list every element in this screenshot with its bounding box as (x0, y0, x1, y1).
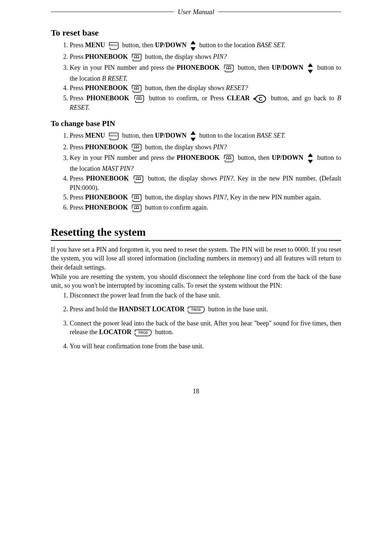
list-item: Press PHONEBOOK button, the display show… (70, 193, 341, 202)
phonebook-icon (222, 154, 235, 163)
list-item: Connect the power lead into the back of … (70, 319, 341, 337)
list-reset-steps: Disconnect the power lead from the back … (51, 291, 341, 351)
page-header: User Manual (51, 7, 341, 17)
list-item: Press and hold the HANDSET LOCATOR butto… (70, 305, 341, 314)
phonebook-label: PHONEBOOK (85, 84, 128, 92)
list-item: You will hear confirmation tone from the… (70, 342, 341, 351)
phonebook-icon (133, 94, 145, 103)
page-icon (134, 329, 153, 337)
updown-icon (306, 153, 314, 164)
phonebook-icon (132, 175, 144, 183)
page-icon (187, 306, 206, 314)
list-item: Press PHONEBOOK button to confirm, or Pr… (70, 94, 341, 112)
list-item: Press MENU button, then UP/DOWN button t… (70, 40, 341, 52)
phonebook-label: PHONEBOOK (177, 64, 220, 71)
phonebook-icon (130, 53, 143, 62)
list-item: Key in your PIN number and press the PHO… (70, 153, 341, 173)
phonebook-icon (130, 143, 143, 152)
list-item: Press PHONEBOOK button, then the display… (70, 84, 341, 93)
list-item: Press PHONEBOOK button, the display show… (70, 52, 341, 62)
list-item: Key in your PIN number and press the PHO… (70, 62, 341, 83)
clear-icon (253, 94, 267, 103)
phonebook-label: PHONEBOOK (85, 53, 128, 60)
phonebook-icon (130, 204, 143, 212)
list-item: Press MENU button, then UP/DOWN button t… (70, 130, 341, 142)
list-reset-base: Press MENU button, then UP/DOWN button t… (51, 40, 341, 112)
updown-icon (189, 130, 197, 142)
reset-para-1: If you have set a PIN and forgotten it, … (51, 245, 341, 272)
list-change-pin: Press MENU button, then UP/DOWN button t… (51, 130, 341, 212)
locator-label: HANDSET LOCATOR (119, 305, 185, 313)
divider (51, 240, 341, 241)
menu-icon (107, 132, 120, 141)
manual-title: User Manual (174, 7, 218, 17)
updown-label: UP/DOWN (155, 41, 187, 49)
phonebook-icon (130, 194, 143, 202)
updown-icon (306, 62, 314, 74)
phonebook-icon (130, 84, 143, 93)
list-item: Disconnect the power lead from the back … (70, 291, 341, 300)
updown-icon (189, 40, 197, 52)
phonebook-label: PHONEBOOK (86, 94, 129, 102)
menu-icon (107, 41, 120, 50)
list-item: Press PHONEBOOK button, the display show… (70, 174, 341, 192)
menu-label: MENU (85, 41, 105, 49)
list-item: Press PHONEBOOK button, the display show… (70, 143, 341, 152)
heading-change-pin: To change base PIN (51, 118, 341, 129)
locator-label: LOCATOR (99, 328, 131, 336)
heading-resetting-system: Resetting the system (51, 225, 341, 240)
updown-label: UP/DOWN (272, 64, 303, 71)
page-number: 18 (51, 387, 341, 396)
clear-label: CLEAR (227, 94, 250, 102)
heading-to-reset-base: To reset base (51, 27, 341, 39)
list-item: Press PHONEBOOK button to confirm again. (70, 203, 341, 212)
phonebook-icon (222, 64, 235, 73)
reset-para-2: While you are resetting the system, you … (51, 272, 341, 290)
